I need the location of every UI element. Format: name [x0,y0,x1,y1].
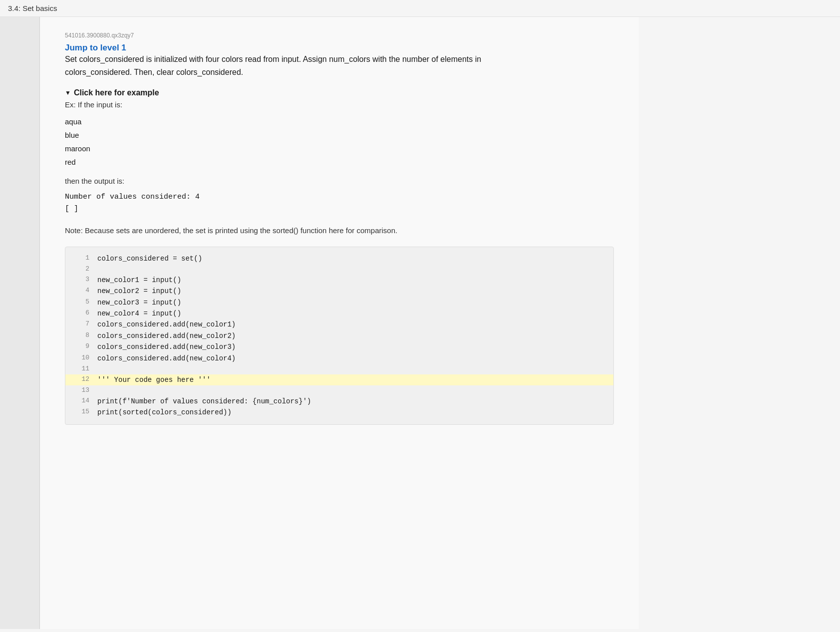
code-line: 13 [65,385,613,396]
code-line: 1colors_considered = set() [65,253,613,264]
line-content: colors_considered.add(new_color1) [97,319,236,330]
line-number: 8 [73,330,89,341]
line-content: print(f'Number of values considered: {nu… [97,396,311,407]
line-number: 1 [73,253,89,264]
line-number: 9 [73,341,89,352]
code-line: 9colors_considered.add(new_color3) [65,341,613,352]
line-content: colors_considered.add(new_color3) [97,341,236,352]
output-line-2: [ ] [65,203,614,215]
line-number: 3 [73,275,89,285]
input-line-1: aqua [65,115,614,128]
code-line: 6new_color4 = input() [65,308,613,319]
main-container: 541016.3900880.qx3zqy7 Jump to level 1 S… [0,17,840,629]
code-line: 10colors_considered.add(new_color4) [65,353,613,364]
line-content: new_color2 = input() [97,286,181,297]
example-intro: Ex: If the input is: [65,100,614,109]
description: Set colors_considered is initialized wit… [65,53,614,78]
input-line-2: blue [65,128,614,142]
code-line: 8colors_considered.add(new_color2) [65,330,613,341]
sidebar [0,17,40,629]
output-line-1: Number of values considered: 4 [65,191,614,203]
then-output: then the output is: [65,177,614,185]
input-line-4: red [65,155,614,169]
page-title: 3.4: Set basics [8,4,57,12]
line-number: 10 [73,353,89,363]
line-number: 13 [73,385,89,396]
line-content: colors_considered = set() [97,253,202,264]
example-input: aqua blue maroon red [65,115,614,169]
line-number: 5 [73,297,89,308]
example-toggle[interactable]: ▼ Click here for example [65,88,614,97]
code-block: 1colors_considered = set()23new_color1 =… [65,247,614,425]
line-number: 4 [73,286,89,296]
arrow-icon: ▼ [65,89,71,96]
code-line: 14print(f'Number of values considered: {… [65,396,613,407]
output-block: Number of values considered: 4 [ ] [65,191,614,215]
input-line-3: maroon [65,142,614,155]
code-line: 12''' Your code goes here ''' [65,374,613,385]
code-line: 4new_color2 = input() [65,286,613,297]
line-content: colors_considered.add(new_color4) [97,353,236,364]
jump-to-level-link[interactable]: Jump to level 1 [65,43,126,52]
code-line: 3new_color1 = input() [65,275,613,286]
line-content: print(sorted(colors_considered)) [97,407,232,418]
code-line: 11 [65,364,613,374]
line-number: 15 [73,407,89,417]
line-number: 7 [73,319,89,329]
content-area: 541016.3900880.qx3zqy7 Jump to level 1 S… [40,17,639,629]
line-number: 2 [73,264,89,275]
example-toggle-label: Click here for example [74,88,159,97]
note-text: Note: Because sets are unordered, the se… [65,225,614,237]
line-number: 11 [73,364,89,374]
line-content: new_color3 = input() [97,297,181,308]
code-line: 7colors_considered.add(new_color1) [65,319,613,330]
code-line: 5new_color3 = input() [65,297,613,308]
code-line: 2 [65,264,613,275]
top-bar: 3.4: Set basics [0,0,840,17]
line-content: colors_considered.add(new_color2) [97,330,236,341]
line-content: new_color1 = input() [97,275,181,286]
line-content: new_color4 = input() [97,308,181,319]
line-number: 6 [73,308,89,318]
line-content: ''' Your code goes here ''' [97,374,211,385]
code-line: 15print(sorted(colors_considered)) [65,407,613,418]
problem-id: 541016.3900880.qx3zqy7 [65,32,614,39]
line-number: 14 [73,396,89,406]
line-number: 12 [73,374,89,385]
